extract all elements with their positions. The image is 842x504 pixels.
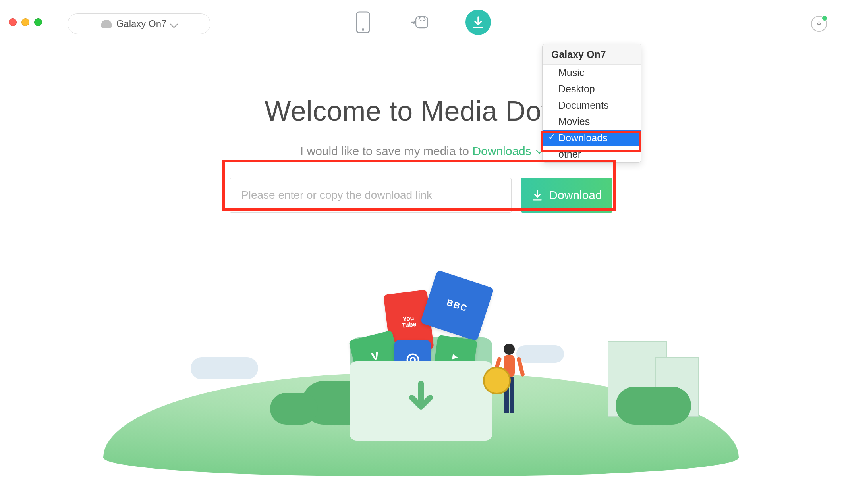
fullscreen-window-button[interactable]: [34, 18, 42, 26]
instagram-card-icon: ◎: [394, 340, 431, 377]
main-content: Welcome to Media Down I would like to sa…: [0, 95, 842, 213]
page-title: Welcome to Media Down: [0, 95, 842, 127]
destination-menu-item-downloads[interactable]: Downloads: [543, 130, 641, 146]
svg-point-4: [423, 20, 425, 21]
download-status-button[interactable]: [811, 16, 827, 32]
android-transfer-icon: [411, 11, 429, 33]
youtube-card-icon: You Tube: [383, 290, 434, 354]
destination-dropdown-trigger[interactable]: Downloads: [472, 144, 542, 158]
destination-menu-item-music[interactable]: Music: [543, 65, 641, 81]
destination-menu-item-other[interactable]: other: [543, 146, 641, 162]
svg-point-1: [362, 28, 364, 31]
nav-download-tab[interactable]: [465, 10, 491, 35]
svg-rect-6: [504, 355, 515, 377]
destination-menu-item-documents[interactable]: Documents: [543, 97, 641, 113]
destination-menu: Galaxy On7 Music Desktop Documents Movie…: [542, 44, 641, 163]
download-arrow-icon: [815, 19, 823, 28]
folder-download-arrow-icon: [404, 381, 438, 421]
minimize-window-button[interactable]: [21, 18, 29, 26]
destination-menu-item-movies[interactable]: Movies: [543, 113, 641, 130]
device-selector-label: Galaxy On7: [116, 18, 167, 29]
android-icon: [101, 20, 112, 28]
svg-rect-10: [516, 357, 525, 377]
save-destination-line: I would like to save my media to Downloa…: [0, 144, 842, 158]
svg-point-5: [504, 344, 515, 355]
download-link-input[interactable]: [230, 178, 512, 213]
window-controls: [9, 18, 42, 26]
download-arrow-icon: [531, 189, 543, 201]
phone-icon: [354, 11, 372, 33]
chevron-down-icon: [171, 18, 177, 29]
destination-menu-item-desktop[interactable]: Desktop: [543, 81, 641, 97]
svg-rect-2: [416, 17, 428, 28]
svg-rect-9: [492, 356, 502, 377]
nav-android-tab[interactable]: [408, 10, 432, 34]
subtitle-prefix: I would like to save my media to: [300, 144, 473, 158]
chevron-down-icon: [535, 144, 542, 158]
device-selector[interactable]: Galaxy On7: [68, 13, 210, 34]
download-button[interactable]: Download: [521, 178, 612, 213]
play-card-icon: ▶: [433, 335, 477, 378]
svg-point-3: [420, 20, 421, 21]
download-input-row: Download: [0, 178, 842, 213]
film-reel-icon: [483, 367, 511, 394]
download-icon: [471, 15, 485, 29]
svg-rect-7: [504, 377, 509, 413]
top-nav: [351, 10, 491, 35]
destination-menu-header: Galaxy On7: [543, 44, 641, 65]
hero-illustration: You Tube BBC v ◎ ▶: [0, 278, 842, 500]
destination-label: Downloads: [472, 144, 531, 158]
bbc-card-icon: BBC: [420, 270, 494, 341]
folder-illustration: You Tube BBC v ◎ ▶: [350, 337, 492, 441]
titlebar: Galaxy On7: [0, 0, 842, 40]
download-button-label: Download: [549, 189, 602, 202]
vimeo-card-icon: v: [349, 330, 402, 379]
svg-rect-8: [510, 377, 514, 413]
close-window-button[interactable]: [9, 18, 17, 26]
nav-phone-tab[interactable]: [351, 10, 375, 34]
person-illustration: [492, 341, 526, 425]
